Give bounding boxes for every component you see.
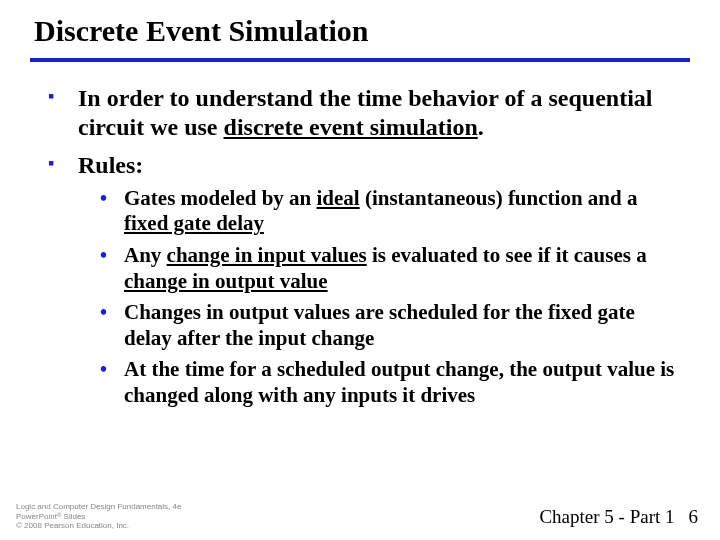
footer-chapter: Chapter 5 - Part 1 bbox=[539, 506, 674, 527]
footer-page-number: 6 bbox=[689, 506, 699, 527]
sub-1-pre: Gates modeled by an bbox=[124, 186, 317, 210]
slide-title: Discrete Event Simulation bbox=[0, 0, 720, 48]
footer-page-info: Chapter 5 - Part 16 bbox=[539, 506, 698, 528]
sub-bullet-1: Gates modeled by an ideal (instantaneous… bbox=[78, 186, 676, 237]
sub-3-text: Changes in output values are scheduled f… bbox=[124, 300, 635, 350]
sub-2-mid: is evaluated to see if it causes a bbox=[367, 243, 647, 267]
bullet-2: Rules: Gates modeled by an ideal (instan… bbox=[44, 151, 676, 409]
bullet-1-text-post: . bbox=[478, 114, 484, 140]
sub-bullet-list: Gates modeled by an ideal (instantaneous… bbox=[78, 186, 676, 409]
sub-bullet-2: Any change in input values is evaluated … bbox=[78, 243, 676, 294]
sub-bullet-4: At the time for a scheduled output chang… bbox=[78, 357, 676, 408]
bullet-2-text: Rules: bbox=[78, 152, 143, 178]
bullet-1-underline: discrete event simulation bbox=[224, 114, 478, 140]
sub-1-u1: ideal bbox=[317, 186, 360, 210]
slide-body: In order to understand the time behavior… bbox=[0, 62, 720, 409]
sub-bullet-3: Changes in output values are scheduled f… bbox=[78, 300, 676, 351]
footer-line2-sup: ® bbox=[57, 512, 61, 518]
footer-line2: PowerPoint® Slides bbox=[16, 512, 181, 521]
sub-2-u1: change in input values bbox=[167, 243, 367, 267]
footer-line1: Logic and Computer Design Fundamentals, … bbox=[16, 502, 181, 511]
bullet-1: In order to understand the time behavior… bbox=[44, 84, 676, 143]
sub-2-pre: Any bbox=[124, 243, 167, 267]
sub-1-u2: fixed gate delay bbox=[124, 211, 264, 235]
sub-4-text: At the time for a scheduled output chang… bbox=[124, 357, 674, 407]
footer-line3: © 2008 Pearson Education, Inc. bbox=[16, 521, 181, 530]
footer-line2a: PowerPoint bbox=[16, 512, 57, 521]
slide: Discrete Event Simulation In order to un… bbox=[0, 0, 720, 540]
footer-line2b: Slides bbox=[61, 512, 85, 521]
sub-1-mid: (instantaneous) function and a bbox=[360, 186, 638, 210]
sub-2-u2: change in output value bbox=[124, 269, 328, 293]
footer-copyright: Logic and Computer Design Fundamentals, … bbox=[16, 502, 181, 530]
bullet-list: In order to understand the time behavior… bbox=[44, 84, 676, 409]
